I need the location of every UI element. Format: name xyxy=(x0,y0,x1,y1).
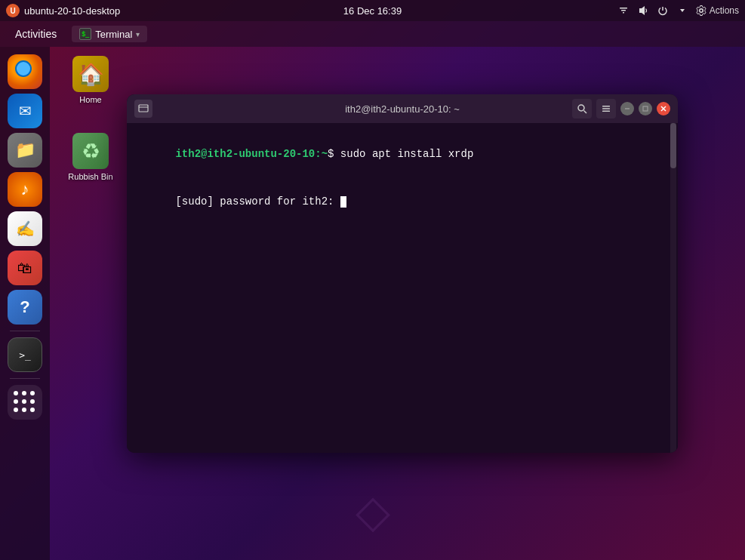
minimize-icon xyxy=(623,105,631,112)
dock-item-files[interactable] xyxy=(8,133,42,168)
computer-name-label: ubuntu-20-10-desktop xyxy=(24,5,120,17)
actions-label: Actions xyxy=(710,5,739,16)
dock-separator-2 xyxy=(10,378,40,379)
network-icon[interactable] xyxy=(617,4,630,17)
top-system-bar: U ubuntu-20-10-desktop 16 Dec 16:39 xyxy=(0,0,745,21)
terminal-tab-label: Terminal xyxy=(95,29,132,40)
power-dropdown-icon[interactable] xyxy=(676,4,689,17)
terminal-titlebar: ith2@ith2-ubuntu-20-10: ~ xyxy=(127,94,678,123)
terminal-close-button[interactable] xyxy=(657,102,670,115)
svg-marker-3 xyxy=(639,6,645,15)
gear-icon xyxy=(695,5,707,17)
terminal-prompt-user: ith2@ith2-ubuntu-20-10: xyxy=(175,148,321,160)
dock-separator xyxy=(10,331,40,331)
desktop-icon-rubbish[interactable]: Rubbish Bin xyxy=(60,130,121,184)
dock-item-help[interactable] xyxy=(8,290,42,325)
terminal-search-button[interactable] xyxy=(572,99,592,118)
desktop-background-art: ◇ xyxy=(356,485,390,537)
terminal-window-title: ith2@ith2-ubuntu-20-10: ~ xyxy=(345,103,460,115)
desktop-icons-container: Home Rubbish Bin xyxy=(60,53,121,184)
svg-marker-4 xyxy=(680,9,685,12)
terminal-maximize-button[interactable] xyxy=(639,102,652,115)
home-icon-label: Home xyxy=(79,95,101,104)
ubuntu-logo: U xyxy=(6,4,20,17)
terminal-cursor xyxy=(340,196,346,208)
dock-show-apps-button[interactable] xyxy=(8,385,42,420)
add-tab-button[interactable] xyxy=(134,100,152,118)
terminal-line-1: ith2@ith2-ubuntu-20-10:~$ sudo apt insta… xyxy=(137,131,667,178)
rubbish-icon-label: Rubbish Bin xyxy=(68,172,112,181)
dock-item-writer[interactable] xyxy=(8,211,42,246)
svg-point-7 xyxy=(578,105,584,111)
add-tab-icon xyxy=(138,103,149,114)
activities-button[interactable]: Activities xyxy=(8,25,64,43)
power-icon[interactable] xyxy=(656,4,670,17)
svg-rect-0 xyxy=(620,8,627,9)
rubbish-bin-icon xyxy=(72,133,109,169)
taskbar: Activities $_ Terminal ▾ xyxy=(0,21,745,47)
svg-rect-9 xyxy=(602,106,610,107)
terminal-tab-icon: $_ xyxy=(79,28,91,40)
terminal-prompt-tilde: ~ xyxy=(322,148,328,160)
terminal-scrollbar[interactable] xyxy=(670,123,676,453)
terminal-line-2: [sudo] password for ith2: xyxy=(137,178,667,226)
terminal-minimize-button[interactable] xyxy=(620,102,634,115)
datetime-display: 16 Dec 16:39 xyxy=(343,5,402,17)
search-icon xyxy=(577,103,587,114)
terminal-titlebar-left xyxy=(134,100,152,118)
svg-rect-13 xyxy=(643,106,648,111)
home-folder-icon xyxy=(72,56,109,92)
svg-rect-2 xyxy=(623,12,624,14)
hamburger-icon xyxy=(601,103,611,114)
top-bar-left: U ubuntu-20-10-desktop xyxy=(6,4,120,17)
terminal-window-controls xyxy=(572,99,670,118)
terminal-taskbar-tab[interactable]: $_ Terminal ▾ xyxy=(72,26,147,42)
svg-rect-10 xyxy=(602,108,610,109)
show-apps-grid-icon xyxy=(8,385,42,420)
dock-item-appstore[interactable] xyxy=(8,251,42,285)
terminal-window: ith2@ith2-ubuntu-20-10: ~ xyxy=(127,94,678,453)
svg-rect-1 xyxy=(621,10,626,11)
svg-line-8 xyxy=(584,111,587,114)
application-dock xyxy=(0,47,50,560)
terminal-content-area[interactable]: ith2@ith2-ubuntu-20-10:~$ sudo apt insta… xyxy=(127,123,678,453)
volume-icon[interactable] xyxy=(636,4,650,17)
desktop-icon-home[interactable]: Home xyxy=(60,53,121,107)
dock-item-terminal[interactable] xyxy=(8,337,42,372)
terminal-scrollbar-thumb[interactable] xyxy=(670,123,676,168)
terminal-sudo-prompt: [sudo] password for ith2: xyxy=(175,195,340,208)
dock-item-thunderbird[interactable] xyxy=(8,94,42,128)
terminal-command-1: sudo apt install xrdp xyxy=(334,148,473,160)
svg-rect-11 xyxy=(602,110,610,112)
maximize-icon xyxy=(642,105,649,112)
svg-rect-5 xyxy=(139,105,148,112)
terminal-dropdown-icon[interactable]: ▾ xyxy=(136,30,140,38)
close-icon xyxy=(660,105,667,112)
terminal-menu-button[interactable] xyxy=(596,99,616,118)
actions-button[interactable]: Actions xyxy=(695,5,739,17)
top-bar-right: Actions xyxy=(617,4,739,17)
dock-item-firefox[interactable] xyxy=(8,54,42,89)
dock-item-rhythmbox[interactable] xyxy=(8,172,42,207)
